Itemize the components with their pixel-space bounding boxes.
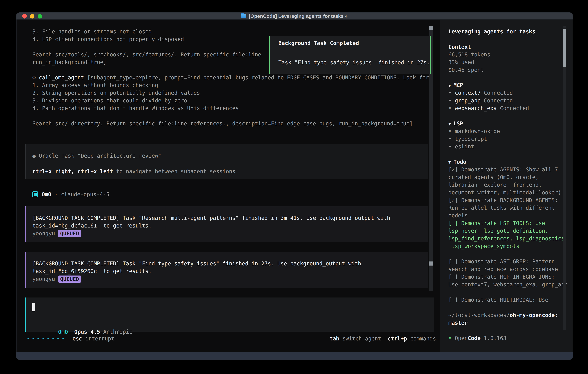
maximize-button[interactable] — [38, 14, 42, 19]
gear-icon: ⚙ — [32, 74, 39, 81]
context-tokens: 66,518 tokens — [448, 52, 490, 58]
terminal-line: ~/local-workspaces/oh-my-opencode: — [448, 311, 567, 319]
prompt-input[interactable]: OmO Opus 4.5 Anthropic — [25, 298, 434, 332]
task-result-meta: yeongyu QUEUED — [32, 274, 81, 284]
text-span: search and replace across codebase — [448, 266, 558, 272]
app-version: 1.0.163 — [481, 335, 506, 341]
window-bottom-bar — [17, 352, 573, 360]
text-span: Code — [468, 335, 481, 341]
terminal-line — [448, 35, 567, 43]
text-span: [✓] Demonstrate BACKGROUND AGENTS: — [448, 197, 558, 203]
text-span: librarian, explore, frontend, — [448, 182, 542, 188]
terminal-line: document-writer, multimodal-looker) — [448, 189, 567, 197]
terminal-line: curated agents (OmO, oracle, — [448, 173, 567, 181]
terminal-line: ⚙ call_omo_agent [subagent_type=explore,… — [32, 74, 429, 82]
terminal-line: Context — [448, 43, 567, 51]
commands-label: commands — [407, 335, 436, 342]
terminal-line: [✓] Demonstrate AGENTS: Show all 7 — [448, 166, 567, 173]
main-scrollbar-thumb[interactable] — [430, 26, 433, 30]
agent-separator: · — [51, 191, 61, 197]
text-span: lsp_find_references, lsp_diagnostics, — [448, 235, 567, 242]
switch-agent-label: switch agent — [339, 335, 381, 342]
oracle-task-line: ◉ Oracle Task "Deep architecture review" — [32, 152, 161, 160]
terminal-main: 3. File handles or streams not closed4. … — [17, 20, 441, 353]
close-button[interactable] — [22, 14, 27, 19]
sidebar-scrollbar[interactable] — [563, 26, 566, 330]
text-span: Open — [455, 335, 468, 341]
bullet-icon: • — [448, 97, 455, 104]
terminal-line — [448, 327, 567, 334]
terminal-line: [ ] Demonstrate MULTIMODAL: Use — [448, 296, 567, 304]
terminal-line: • websearch_exa Connected — [448, 104, 567, 112]
text-span: Use context7, websearch_exa, grep_app — [448, 281, 567, 288]
text-span: Connected — [481, 90, 513, 96]
terminal-line: 33% used — [448, 58, 567, 66]
bullet-icon: • — [448, 128, 455, 134]
session-title: Leveraging agents for tasks — [448, 29, 535, 35]
ctrlp-key-hint: ctrl+p — [388, 335, 407, 342]
terminal-line: • markdown-oxide — [448, 127, 567, 135]
terminal-line: [✓] Demonstrate BACKGROUND AGENTS: — [448, 197, 567, 204]
opencode-window: [OpenCode] Leveraging agents for tasks ◐… — [16, 12, 573, 360]
terminal-line: $0.46 spent — [448, 66, 567, 74]
task-result-line1: [BACKGROUND TASK COMPLETED] Task "Resear… — [32, 214, 390, 222]
task-user: yeongyu — [32, 230, 55, 237]
text-span: 4. Path operations that don't handle Win… — [32, 105, 239, 111]
input-provider: Anthropic — [100, 329, 132, 335]
terminal-line — [448, 74, 567, 82]
terminal-line: • OpenCode 1.0.163 — [448, 334, 567, 342]
text-span: curated agents (OmO, oracle, — [448, 174, 539, 180]
terminal-line: [ ] Demonstrate AST-GREP: Pattern — [448, 258, 567, 265]
terminal-line: • grep_app Connected — [448, 97, 567, 104]
text-span: [ ] Demonstrate LSP TOOLS: Use — [448, 220, 545, 226]
workspace-branch: master — [448, 320, 468, 326]
subagent-nav-hint: ctrl+x right, ctrl+x left to navigate be… — [32, 168, 235, 175]
bullet-icon: • — [448, 144, 455, 150]
text-span: typescript — [455, 136, 487, 142]
terminal-line: • eslint — [448, 143, 567, 150]
minimize-button[interactable] — [30, 14, 34, 19]
agent-name: OmO — [42, 191, 51, 197]
toast-title: Background Task Completed — [278, 39, 359, 47]
tool-name: call_omo_agent — [39, 74, 84, 81]
terminal-line: 3. Division operations that could divide… — [32, 97, 429, 104]
text-span: 4. LSP client connections not properly d… — [32, 36, 184, 42]
text-span: lsp_workspace_symbols — [448, 243, 519, 249]
text-span: 3. Division operations that could divide… — [32, 97, 187, 104]
terminal-line: • context7 Connected — [448, 89, 567, 97]
text-span: 1. Array access without bounds checking — [32, 82, 158, 88]
task-result-line2: task_id="bg_dcfac161" to get results. — [32, 222, 152, 229]
background-task-toast: Background Task Completed Task "Find typ… — [269, 36, 430, 74]
task-result-line2: task_id="bg_6f59260c" to get results. — [32, 267, 152, 275]
terminal-line: Search src/ directory. Return specific f… — [32, 120, 429, 127]
terminal-line — [448, 150, 567, 158]
text-span: lsp_hover, lsp_goto_definition, — [448, 228, 548, 234]
terminal-line: ▼ LSP — [448, 120, 567, 127]
terminal-line: lsp_hover, lsp_goto_definition, — [448, 227, 567, 235]
text-span: [✓] Demonstrate AGENTS: Show all 7 — [448, 166, 558, 173]
text-span: context7 — [455, 90, 481, 96]
terminal-line: • typescript — [448, 135, 567, 143]
task-result-box: [BACKGROUND TASK COMPLETED] Task "Resear… — [25, 206, 428, 242]
task-result-line1: [BACKGROUND TASK COMPLETED] Task "Find t… — [32, 260, 361, 267]
oracle-task-box: ◉ Oracle Task "Deep architecture review"… — [25, 144, 428, 179]
context-used: 33% used — [448, 59, 474, 65]
terminal-line — [448, 304, 567, 311]
text-span: Connected — [497, 105, 529, 111]
queued-badge: QUEUED — [58, 276, 81, 283]
text-span: [subagent_type=explore, prompt=Find pote… — [84, 74, 429, 81]
chevron-down-icon: ▼ — [448, 160, 453, 165]
chevron-down-icon: ▼ — [448, 122, 453, 126]
text-span: run_in_background=true] — [32, 59, 106, 65]
status-dot-icon: • — [448, 335, 455, 341]
text-span: Connected — [481, 97, 513, 104]
terminal-line: master — [448, 319, 567, 327]
workspace-repo: oh-my-opencode: — [510, 312, 558, 318]
text-span: [ ] Demonstrate MULTIMODAL: Use — [448, 297, 548, 303]
main-scrollbar-marker[interactable] — [430, 261, 433, 266]
text-span: Run parallel tasks with different — [448, 205, 555, 211]
terminal-line: search and replace across codebase — [448, 265, 567, 273]
bullet-icon: • — [448, 105, 455, 111]
text-span: [ ] Demonstrate MCP INTEGRATIONS: — [448, 274, 555, 280]
sidebar-scrollbar-thumb[interactable] — [563, 29, 566, 67]
